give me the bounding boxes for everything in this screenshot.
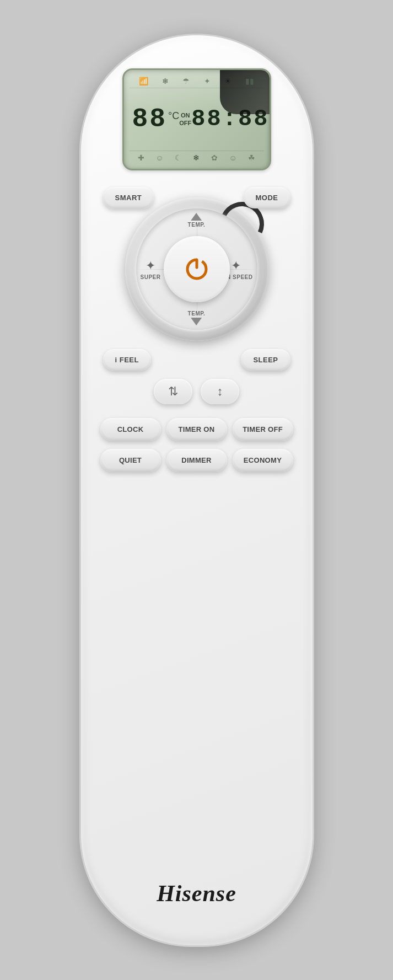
arrow-down-icon <box>191 318 202 325</box>
swing-right-button[interactable]: ↕ <box>201 379 239 404</box>
swing-left-icon: ⇅ <box>168 384 178 399</box>
mode-button[interactable]: MODE <box>244 187 290 208</box>
super-label: SUPER <box>141 274 161 280</box>
battery-icon: ▮▮ <box>245 77 254 85</box>
lcd-display: 📶 ❄ ☂ ✦ ☀ ▮▮ 88 °C ON OFF 88:88 <box>122 68 271 170</box>
dimmer-button[interactable]: DIMMER <box>166 449 227 472</box>
on-off-indicator: ON OFF <box>179 112 191 126</box>
super-icon: ✦ <box>146 258 155 272</box>
sleep-button[interactable]: SLEEP <box>241 349 290 371</box>
celsius-symbol: °C <box>168 110 179 122</box>
leaf-icon: ❄ <box>193 153 200 162</box>
drop-icon: ☂ <box>182 77 190 85</box>
lcd-bottom-icons: ✚ ☺ ☾ ❄ ✿ ☺ ☘ <box>130 151 264 164</box>
person-icon: ☺ <box>155 153 163 162</box>
swing-left-button[interactable]: ⇅ <box>154 379 192 404</box>
swing-buttons-row: ⇅ ↕ <box>154 379 239 404</box>
smart-button[interactable]: SMART <box>103 187 154 208</box>
timer-off-button[interactable]: TIMER OFF <box>233 418 293 441</box>
off-label: OFF <box>179 120 191 126</box>
brand-name: Hisense <box>157 880 236 907</box>
i-feel-button[interactable]: i FEEL <box>103 349 151 371</box>
timer-buttons-row: CLOCK TIMER ON TIMER OFF <box>81 418 313 441</box>
economy-button[interactable]: ECONOMY <box>233 449 293 472</box>
remote-container: 📶 ❄ ☂ ✦ ☀ ▮▮ 88 °C ON OFF 88:88 <box>0 0 393 980</box>
temperature-display: 88 °C <box>132 106 180 132</box>
temp-down-label: TEMP. <box>188 310 206 317</box>
face-icon: ☺ <box>229 153 236 162</box>
snowflake-icon: ❄ <box>162 77 169 85</box>
lcd-gloss-effect <box>220 70 270 114</box>
on-label: ON <box>181 112 190 119</box>
buttons-section: SMART MODE TEMP. <box>81 187 313 472</box>
middle-buttons-row: i FEEL SLEEP <box>81 349 313 371</box>
temp-up-segment[interactable]: TEMP. <box>188 213 206 228</box>
power-button[interactable] <box>164 236 230 302</box>
temp-down-segment[interactable]: TEMP. <box>188 310 206 325</box>
flower-icon: ✿ <box>211 153 218 162</box>
quiet-button[interactable]: QUIET <box>100 449 161 472</box>
moon-icon: ☾ <box>175 153 182 162</box>
swing-icon: ✚ <box>138 153 144 162</box>
swing-right-icon: ↕ <box>217 384 223 399</box>
clock-button[interactable]: CLOCK <box>100 418 161 441</box>
fan-speed-icon: ✦ <box>231 258 241 272</box>
brand-text: Hisense <box>157 881 236 906</box>
remote-body: 📶 ❄ ☂ ✦ ☀ ▮▮ 88 °C ON OFF 88:88 <box>81 35 313 945</box>
arrow-up-icon <box>191 213 202 221</box>
eco-icon: ☘ <box>248 153 255 162</box>
super-segment[interactable]: ✦ SUPER <box>141 258 161 280</box>
wifi-icon: 📶 <box>139 77 148 85</box>
timer-on-button[interactable]: TIMER ON <box>166 418 227 441</box>
temperature-value: 88 <box>132 106 168 132</box>
mode-buttons-row: QUIET DIMMER ECONOMY <box>81 449 313 472</box>
fan-icon: ✦ <box>204 77 211 85</box>
dial-container: TEMP. TEMP. ✦ SUPER <box>125 197 268 341</box>
power-icon-svg <box>183 255 211 283</box>
top-buttons-row: SMART MODE <box>81 187 313 208</box>
temp-up-label: TEMP. <box>188 222 206 228</box>
dial-inner-ring: TEMP. TEMP. ✦ SUPER <box>136 208 257 330</box>
